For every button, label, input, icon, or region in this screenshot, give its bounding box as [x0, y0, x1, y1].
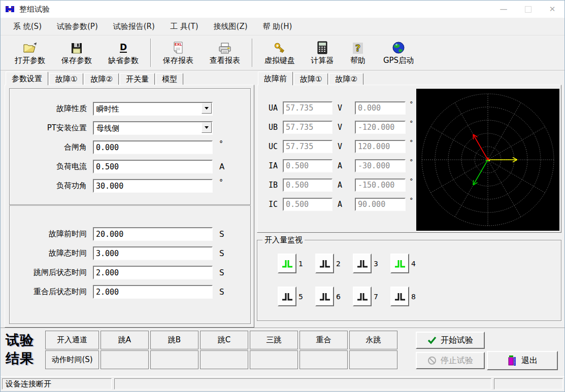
phasor-plot	[416, 89, 559, 231]
unit-label: S	[219, 249, 229, 258]
default-params-button[interactable]: D 缺省参数	[100, 40, 147, 65]
menu-test-params[interactable]: 试验参数(P)	[49, 19, 106, 33]
menu-wiring-diagram[interactable]: 接线图(Z)	[206, 19, 255, 33]
fault-time-input[interactable]	[93, 246, 213, 260]
save-report-button[interactable]: EXL 保存报表	[155, 40, 202, 65]
virtual-keyboard-button[interactable]: 虚拟键盘	[256, 40, 303, 65]
help-button[interactable]: ? 帮助	[342, 40, 374, 65]
ia-angle-input	[355, 159, 406, 172]
field-label: 跳闸后状态时间	[10, 268, 87, 277]
digital-input-1[interactable]	[278, 254, 296, 273]
digital-input-4[interactable]	[390, 254, 409, 273]
tab-model[interactable]: 模型	[156, 73, 183, 85]
ib-magnitude-input	[283, 179, 333, 192]
ic-angle-input	[355, 198, 406, 211]
toolbar-label: 虚拟键盘	[264, 56, 295, 65]
tab-param-settings[interactable]: 参数设置	[6, 72, 48, 85]
left-tab-bar: 参数设置 故障① 故障② 开关量 模型	[6, 72, 184, 85]
closing-angle-input[interactable]	[93, 140, 213, 154]
field-label: 合闸角	[10, 142, 87, 152]
channel-number: 5	[298, 293, 303, 301]
switch-contact-icon	[394, 292, 406, 302]
digital-input-3[interactable]	[353, 254, 372, 273]
ib-angle-input	[355, 179, 406, 192]
digital-input-channel: 7	[353, 287, 390, 306]
open-params-button[interactable]: 打开参数	[7, 40, 53, 65]
results-header-cell: 三跳	[250, 331, 298, 349]
digital-input-6[interactable]	[315, 287, 334, 306]
digital-input-7[interactable]	[353, 287, 372, 306]
start-test-button[interactable]: 开始试验	[416, 332, 485, 349]
time-param-frame: 故障前时间 S 故障态时间 S 跳闸后状态时间 S 重合后状态时间 S	[9, 205, 251, 324]
field-label: PT安装位置	[10, 123, 87, 133]
results-header-cell: 重合	[300, 331, 348, 349]
digital-input-5[interactable]	[278, 287, 296, 306]
digital-input-channel: 1	[278, 254, 315, 273]
exit-button[interactable]: 退出	[487, 351, 558, 370]
switch-contact-icon	[319, 292, 331, 302]
calculator-button[interactable]: 计算器	[303, 40, 342, 65]
menu-system[interactable]: 系 统(S)	[6, 19, 49, 33]
ic-magnitude-input	[283, 198, 333, 211]
results-header-cell: 跳C	[200, 331, 248, 349]
unit-label: °	[219, 178, 229, 186]
results-value-cell	[150, 350, 198, 369]
menu-test-report[interactable]: 试验报告(R)	[106, 19, 162, 33]
toolbar-label: 缺省参数	[108, 56, 139, 65]
tab-switching[interactable]: 开关量	[120, 73, 155, 85]
field-label: 负荷电流	[10, 162, 87, 171]
switch-contact-icon	[319, 259, 331, 269]
tab-fault-2-left[interactable]: 故障②	[84, 73, 118, 85]
degree-label: °	[410, 196, 413, 204]
status-middle	[114, 378, 491, 389]
minimize-button[interactable]: —	[491, 1, 516, 18]
exit-label: 退出	[521, 355, 538, 366]
tab-prefault[interactable]: 故障前	[258, 72, 293, 85]
open-folder-icon	[23, 40, 37, 54]
close-button[interactable]: ✕	[540, 1, 564, 18]
groupbox-title: 开入量监视	[262, 235, 305, 245]
uc-angle-input	[355, 140, 406, 153]
exit-door-icon	[507, 355, 517, 366]
tab-fault-1-right[interactable]: 故障①	[294, 73, 328, 85]
load-current-input[interactable]	[93, 160, 213, 173]
digital-input-2[interactable]	[315, 254, 334, 273]
tab-fault-1-left[interactable]: 故障①	[49, 73, 83, 85]
unit-label: A	[338, 200, 346, 209]
field-label: 故障前时间	[10, 229, 87, 239]
start-test-label: 开始试验	[441, 335, 473, 346]
degree-label: °	[410, 100, 413, 108]
save-floppy-icon	[71, 40, 83, 54]
post-reclose-time-input[interactable]	[93, 285, 213, 299]
gps-start-button[interactable]: GPS启动	[374, 40, 423, 65]
results-row-label: 动作时间(S)	[45, 350, 99, 369]
tab-fault-2-right[interactable]: 故障②	[329, 73, 363, 85]
menu-tools[interactable]: 工 具(T)	[162, 19, 206, 33]
toolbar-label: 计算器	[311, 56, 334, 65]
toolbar-label: 帮助	[350, 56, 365, 65]
load-power-angle-input[interactable]	[93, 179, 213, 193]
stop-test-button[interactable]: 停止试验	[416, 352, 485, 369]
svg-text:?: ?	[355, 43, 360, 53]
pt-position-select[interactable]: 母线侧	[93, 121, 213, 135]
post-trip-time-input[interactable]	[93, 266, 213, 279]
dropdown-button[interactable]	[202, 122, 212, 133]
results-header-cell: 跳A	[101, 331, 149, 349]
maximize-button[interactable]	[516, 1, 540, 18]
digital-input-channel: 6	[315, 287, 353, 306]
dropdown-button[interactable]	[202, 103, 212, 114]
degree-label: °	[410, 177, 413, 185]
results-header-cell: 跳B	[150, 331, 198, 349]
unit-label: A	[338, 161, 346, 170]
channel-number: 3	[374, 260, 378, 268]
view-report-button[interactable]: 查看报表	[202, 40, 248, 65]
svg-text:D: D	[120, 42, 127, 52]
save-params-button[interactable]: 保存参数	[53, 40, 100, 65]
toolbar-label: 保存报表	[163, 56, 193, 65]
digital-input-8[interactable]	[390, 287, 409, 306]
menu-help[interactable]: 帮 助(H)	[255, 19, 300, 33]
fault-nature-select[interactable]: 瞬时性	[93, 102, 213, 116]
ia-magnitude-input	[283, 159, 333, 172]
prefault-time-input[interactable]	[93, 227, 213, 241]
toolbar-label: 查看报表	[210, 56, 240, 65]
